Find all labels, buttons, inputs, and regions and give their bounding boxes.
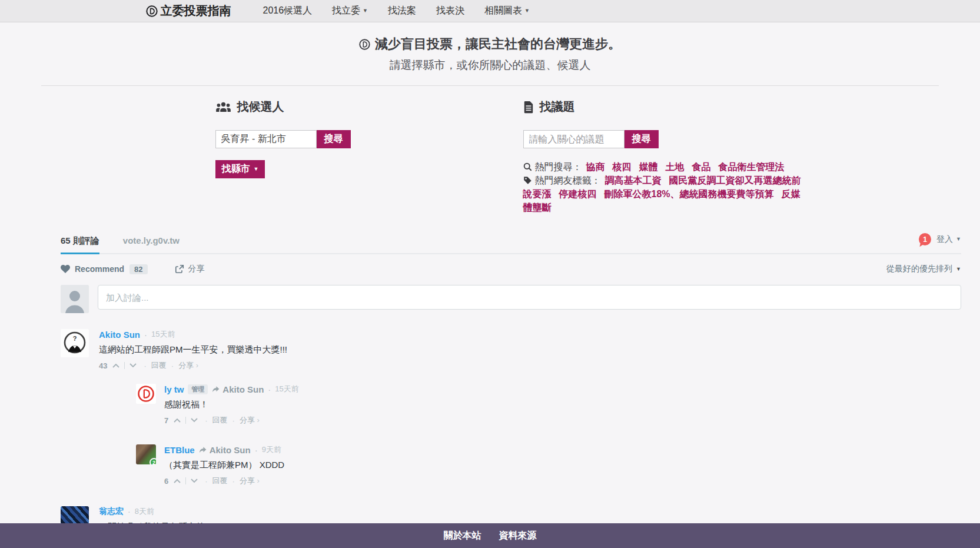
hot-tag-link[interactable]: 停建核四 <box>559 189 597 199</box>
nav-item-find-legislator[interactable]: 找立委 ▼ <box>332 5 368 17</box>
nav-item-related-charts[interactable]: 相關圖表 ▼ <box>484 5 530 17</box>
candidate-search-button[interactable]: 搜尋 <box>317 130 351 148</box>
chevron-down-icon: ▼ <box>524 8 530 14</box>
moderator-badge: 管理 <box>188 384 208 394</box>
comment-input[interactable] <box>98 285 961 309</box>
search-icon <box>523 162 532 171</box>
footer-about-link[interactable]: 關於本站 <box>444 530 481 542</box>
upvote-button[interactable] <box>171 479 183 483</box>
hot-tag-link[interactable]: 調高基本工資 <box>605 175 662 185</box>
nav-menu: 2016候選人 找立委 ▼ 找法案 找表決 相關圖表 ▼ <box>263 5 530 17</box>
recommend-button[interactable]: Recommend <box>75 264 124 274</box>
default-avatar-icon <box>61 285 89 313</box>
lytw-avatar <box>136 384 156 404</box>
avatar-badge: 2 <box>150 458 156 464</box>
footer-sources-link[interactable]: 資料來源 <box>499 530 537 542</box>
comment-item: 2 ETBlue Akito Sun <box>136 444 299 486</box>
reply-button[interactable]: 回覆 <box>151 360 167 371</box>
reply-button[interactable]: 回覆 <box>212 415 228 426</box>
avatar[interactable]: 2 <box>136 444 156 464</box>
thread-share-button[interactable]: 分享 <box>175 264 205 274</box>
hot-search-link[interactable]: 核四 <box>613 162 632 172</box>
share-icon <box>175 264 184 274</box>
reply-arrow-icon <box>212 386 220 393</box>
upvote-count: 43 <box>99 361 107 370</box>
top-navbar: 立委投票指南 2016候選人 找立委 ▼ 找法案 找表決 相關圖表 ▼ <box>0 0 980 22</box>
tab-comment-count[interactable]: 65 則評論 <box>61 235 99 247</box>
comment-item: ly tw 管理 Akito Sun · 15天前 <box>136 384 299 426</box>
hero-title: 減少盲目投票，讓民主社會的台灣更進步。 <box>0 35 980 53</box>
comment-share-button[interactable]: 分享 <box>240 476 260 486</box>
comment-text: 這網站的工程師跟PM一生平安，買樂透中大獎!!! <box>99 343 299 356</box>
hot-search-link[interactable]: 食品 <box>692 162 711 172</box>
upvote-button[interactable] <box>171 418 183 423</box>
brand-title: 立委投票指南 <box>161 3 231 19</box>
reply-to[interactable]: Akito Sun <box>212 384 264 394</box>
reply-arrow-icon <box>199 447 207 453</box>
reply-button[interactable]: 回覆 <box>212 476 228 486</box>
comment-author[interactable]: ETBlue <box>164 445 195 455</box>
nav-item-2016-candidates[interactable]: 2016候選人 <box>263 5 313 17</box>
hero-subtitle: 請選擇縣市，或你所關心的議題、候選人 <box>0 58 980 73</box>
avatar[interactable] <box>136 384 156 404</box>
hot-search-link[interactable]: 土地 <box>666 162 685 172</box>
site-logo-icon <box>146 5 158 17</box>
document-icon <box>523 101 534 114</box>
hot-searches: 熱門搜尋：協商核四媒體土地食品食品衛生管理法 <box>523 160 806 174</box>
upvote-count: 6 <box>164 477 168 486</box>
chevron-down-icon: ▼ <box>363 8 368 14</box>
candidate-search-input[interactable] <box>215 130 317 148</box>
reply-to[interactable]: Akito Sun <box>199 445 251 455</box>
comment-time[interactable]: 8天前 <box>135 506 154 517</box>
downvote-button[interactable] <box>188 479 200 483</box>
chevron-down-icon: ▼ <box>956 267 961 272</box>
comment-time[interactable]: 9天前 <box>262 444 281 455</box>
hot-tag-link[interactable]: 刪除軍公教18%、總統國務機要費等預算 <box>604 189 774 199</box>
anonymous-avatar: ? <box>61 329 89 357</box>
comment-time[interactable]: 15天前 <box>275 384 298 394</box>
divider <box>41 85 939 86</box>
hot-search-link[interactable]: 食品衛生管理法 <box>719 162 785 172</box>
comment-list: ? Akito Sun · 15天前 這網站的工程師跟PM一生平安，買樂透中大獎… <box>61 329 961 546</box>
comment-composer <box>61 285 961 313</box>
candidate-search-heading: 找候選人 <box>215 99 490 115</box>
downvote-button[interactable] <box>188 418 200 423</box>
issue-search-input[interactable] <box>523 130 624 148</box>
candidate-search-panel: 找候選人 搜尋 找縣市 ▼ <box>146 99 490 214</box>
brand-logo[interactable]: 立委投票指南 <box>146 3 231 19</box>
hot-search-link[interactable]: 媒體 <box>639 162 658 172</box>
notification-badge[interactable]: 1 <box>919 233 931 245</box>
comment-actions: 7 · 回覆 · 分享 <box>164 415 299 426</box>
downvote-button[interactable] <box>127 363 139 368</box>
issue-search-heading: 找議題 <box>523 99 835 115</box>
comment-author[interactable]: 翁志宏 <box>99 506 124 517</box>
sort-dropdown[interactable]: 從最好的優先排列 ▼ <box>886 264 961 274</box>
login-area: 1 登入 ▼ <box>919 233 961 245</box>
comment-share-button[interactable]: 分享 <box>178 360 198 371</box>
find-county-button[interactable]: 找縣市 ▼ <box>215 160 265 178</box>
comment-text: 感謝祝福！ <box>164 398 299 410</box>
comment-actions: 6 · 回覆 · 分享 <box>164 476 284 486</box>
comment-actions: 43 · 回覆 · 分享 <box>99 360 299 371</box>
hot-search-link[interactable]: 協商 <box>586 162 605 172</box>
issue-search-button[interactable]: 搜尋 <box>624 130 659 148</box>
tab-site[interactable]: vote.ly.g0v.tw <box>123 235 180 247</box>
nav-item-find-votes[interactable]: 找表決 <box>436 5 464 17</box>
upvote-button[interactable] <box>110 363 122 368</box>
login-button[interactable]: 登入 ▼ <box>936 234 961 245</box>
hot-tags: 熱門網友標籤：調高基本工資國民黨反調工資卻又再選總統前說要漲停建核四刪除軍公教1… <box>523 174 806 214</box>
comment-item: ? Akito Sun · 15天前 這網站的工程師跟PM一生平安，買樂透中大獎… <box>61 329 961 486</box>
issue-search-panel: 找議題 搜尋 熱門搜尋：協商核四媒體土地食品食品衛生管理法 熱門網友標籤：調高基… <box>490 99 835 214</box>
heart-icon[interactable] <box>61 265 70 273</box>
comment-time[interactable]: 15天前 <box>151 329 175 340</box>
comment-input-box <box>98 285 961 310</box>
hero-section: 減少盲目投票，讓民主社會的台灣更進步。 請選擇縣市，或你所關心的議題、候選人 <box>0 22 980 86</box>
comment-share-button[interactable]: 分享 <box>240 415 260 426</box>
comment-author[interactable]: Akito Sun <box>99 330 140 340</box>
comments-section: 65 則評論 vote.ly.g0v.tw 1 登入 ▼ Recommend 8… <box>61 235 961 546</box>
hot-search-label: 熱門搜尋： <box>535 162 582 172</box>
avatar[interactable]: ? <box>61 329 89 357</box>
comment-author[interactable]: ly tw <box>164 384 184 394</box>
comments-tabs: 65 則評論 vote.ly.g0v.tw 1 登入 ▼ <box>61 235 961 254</box>
nav-item-find-bills[interactable]: 找法案 <box>388 5 416 17</box>
